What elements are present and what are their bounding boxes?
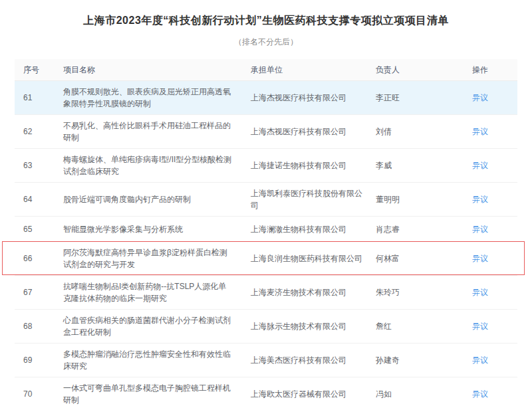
cell-org: 上海脉示生物技术有限公司 xyxy=(251,316,376,337)
cell-org: 上海美杰医疗科技有限公司 xyxy=(251,350,376,371)
table-row-70: 70 一体式可弯曲单孔型多模态电子胸腔镜工程样机研制 上海欧太医疗器械有限公司 … xyxy=(15,377,517,406)
objection-link[interactable]: 异议 xyxy=(472,93,488,102)
cell-no: 70 xyxy=(15,383,63,405)
objection-link[interactable]: 异议 xyxy=(472,355,488,365)
cell-project: 抗哮喘生物制品I类创新药物--抗TSLP人源化单克隆抗体药物的临床一期研究 xyxy=(63,276,251,309)
cell-leader: 朱玲巧 xyxy=(376,282,472,303)
objection-link[interactable]: 异议 xyxy=(472,225,488,234)
cell-org: 上海捷诺生物科技有限公司 xyxy=(251,155,376,176)
cell-leader: 董明明 xyxy=(376,189,472,210)
cell-no: 65 xyxy=(15,219,63,240)
table-row-63: 63 梅毒螺旋体、单纯疱疹病毒I型/II型分型核酸检测试剂盒临床研究 上海捷诺生… xyxy=(15,149,517,183)
cell-project: 多模态肿瘤消融治疗恶性肿瘤安全性和有效性临床研究 xyxy=(63,344,251,377)
cell-leader: 刘倩 xyxy=(376,121,472,142)
cell-org: 上海杰视医疗科技有限公司 xyxy=(251,121,376,142)
table-row-61: 61 角膜不规则散光、眼表疾病及屈光矫正用高透氧象限特异性巩膜镜的研制 上海杰视… xyxy=(15,81,517,115)
header-project: 项目名称 xyxy=(63,64,251,76)
table-row-66-highlighted: 66 阿尔茨海默症高特异早诊血浆β淀粉样蛋白检测试剂盒的研究与开发 上海良润生物… xyxy=(15,242,517,276)
cell-leader: 李威 xyxy=(376,155,472,176)
objection-link[interactable]: 异议 xyxy=(472,195,488,204)
header-leader: 负责人 xyxy=(376,64,472,76)
cell-org: 上海欧太医疗器械有限公司 xyxy=(251,383,376,405)
table-row-65: 65 智能显微光学影像采集与分析系统 上海澜澈生物科技有限公司 肖志睿 异议 xyxy=(15,217,517,242)
cell-leader: 冯如 xyxy=(376,383,472,405)
cell-no: 68 xyxy=(15,316,63,337)
table-row-64: 64 股骨近端可调角度髓内钉产品的研制 上海凯利泰医疗科技股份有限公司 董明明 … xyxy=(15,183,517,217)
header-action: 操作 xyxy=(472,64,517,76)
cell-project: 股骨近端可调角度髓内钉产品的研制 xyxy=(63,189,251,210)
objection-link[interactable]: 异议 xyxy=(472,254,488,263)
table-header-row: 序号 项目名称 承担单位 负责人 操作 xyxy=(15,59,517,81)
cell-no: 69 xyxy=(15,350,63,371)
cell-no: 61 xyxy=(15,87,63,108)
cell-leader: 肖志睿 xyxy=(376,219,472,240)
cell-org: 上海杰视医疗科技有限公司 xyxy=(251,87,376,108)
cell-no: 64 xyxy=(15,189,63,210)
cell-no: 63 xyxy=(15,155,63,176)
cell-project: 梅毒螺旋体、单纯疱疹病毒I型/II型分型核酸检测试剂盒临床研究 xyxy=(63,149,251,182)
cell-no: 62 xyxy=(15,121,63,142)
cell-leader: 李正旺 xyxy=(376,87,472,108)
page-subtitle: （排名不分先后） xyxy=(0,37,532,48)
cell-org: 上海澜澈生物科技有限公司 xyxy=(251,219,376,240)
table-row-62: 62 不易乳化、高性价比眼科手术用硅油工程样品的研制 上海杰视医疗科技有限公司 … xyxy=(15,115,517,149)
cell-no: 66 xyxy=(15,248,63,269)
table-row-69: 69 多模态肿瘤消融治疗恶性肿瘤安全性和有效性临床研究 上海美杰医疗科技有限公司… xyxy=(15,344,517,377)
objection-link[interactable]: 异议 xyxy=(472,322,488,331)
table-row-67: 67 抗哮喘生物制品I类创新药物--抗TSLP人源化单克隆抗体药物的临床一期研究… xyxy=(15,276,517,310)
objection-link[interactable]: 异议 xyxy=(472,127,488,136)
cell-project: 角膜不规则散光、眼表疾病及屈光矫正用高透氧象限特异性巩膜镜的研制 xyxy=(63,81,251,114)
cell-org: 上海良润生物医药科技有限公司 xyxy=(251,248,376,269)
cell-project: 心血管疾病相关的肠道菌群代谢小分子检测试剂盒工程化研制 xyxy=(63,310,251,343)
cell-project: 一体式可弯曲单孔型多模态电子胸腔镜工程样机研制 xyxy=(63,377,251,406)
cell-leader: 孙建奇 xyxy=(376,350,472,371)
objection-link[interactable]: 异议 xyxy=(472,288,488,297)
cell-no: 67 xyxy=(15,282,63,303)
page-title: 上海市2023年度“科技创新行动计划”生物医药科技支撑专项拟立项项目清单 xyxy=(0,14,532,28)
cell-leader: 詹红 xyxy=(376,316,472,337)
header-no: 序号 xyxy=(15,64,63,76)
header-org: 承担单位 xyxy=(251,64,376,76)
cell-leader: 何林富 xyxy=(376,248,472,269)
cell-org: 上海凯利泰医疗科技股份有限公司 xyxy=(251,183,376,216)
table-row-68: 68 心血管疾病相关的肠道菌群代谢小分子检测试剂盒工程化研制 上海脉示生物技术有… xyxy=(15,310,517,344)
objection-link[interactable]: 异议 xyxy=(472,389,488,399)
page-header: 上海市2023年度“科技创新行动计划”生物医药科技支撑专项拟立项项目清单 （排名… xyxy=(0,0,532,48)
project-table: 序号 项目名称 承担单位 负责人 操作 61 角膜不规则散光、眼表疾病及屈光矫正… xyxy=(15,59,517,406)
cell-project: 阿尔茨海默症高特异早诊血浆β淀粉样蛋白检测试剂盒的研究与开发 xyxy=(63,242,251,275)
cell-org: 上海麦济生物技术有限公司 xyxy=(251,282,376,303)
cell-project: 不易乳化、高性价比眼科手术用硅油工程样品的研制 xyxy=(63,115,251,148)
objection-link[interactable]: 异议 xyxy=(472,161,488,170)
cell-project: 智能显微光学影像采集与分析系统 xyxy=(63,219,251,240)
